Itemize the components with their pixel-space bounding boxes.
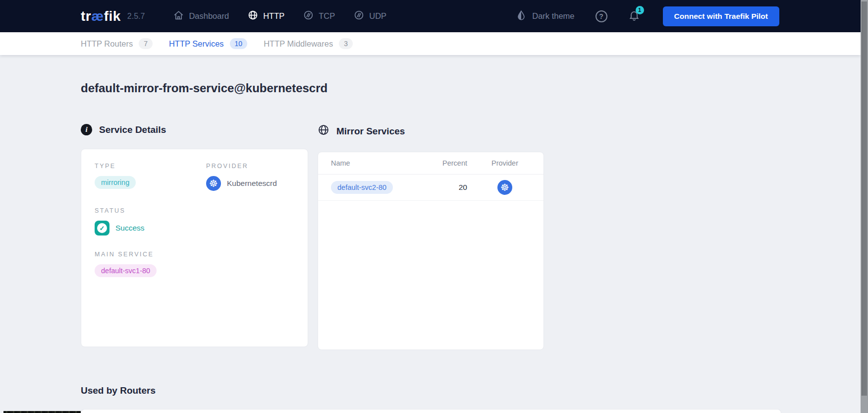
- http-tab-bar: HTTP Routers 7 HTTP Services 10 HTTP Mid…: [0, 32, 861, 55]
- tab-label: HTTP Middlewares: [264, 39, 333, 49]
- tcp-icon: [303, 10, 314, 22]
- used-by-routers-card: [81, 409, 781, 413]
- help-icon: ?: [596, 10, 607, 22]
- column-header-name: Name: [331, 159, 408, 167]
- tab-http-middlewares[interactable]: HTTP Middlewares 3: [264, 38, 353, 49]
- tab-label: HTTP Routers: [81, 39, 133, 49]
- notifications-button[interactable]: 1: [628, 9, 640, 23]
- tab-label: HTTP Services: [169, 39, 224, 49]
- mirror-table-header: Name Percent Provider: [318, 152, 543, 175]
- type-field: TYPE mirroring: [95, 163, 206, 191]
- status-value: Success: [115, 224, 145, 233]
- info-icon: i: [81, 124, 92, 135]
- type-label: TYPE: [95, 163, 206, 170]
- nav-item-dashboard[interactable]: Dashboard: [173, 10, 229, 22]
- nav-label: TCP: [319, 11, 335, 21]
- service-details-section: i Service Details TYPE mirroring PROVIDE…: [81, 124, 308, 350]
- tab-count-badge: 10: [230, 38, 248, 49]
- tab-http-routers[interactable]: HTTP Routers 7: [81, 38, 153, 49]
- nav-item-http[interactable]: HTTP: [248, 10, 284, 22]
- status-label: STATUS: [95, 207, 294, 214]
- status-field: STATUS ✓ Success: [95, 207, 294, 236]
- bottom-edge-artifact: [3, 411, 81, 413]
- topbar-right-cluster: Dark theme ? 1 Connect with Traefik Pilo…: [516, 6, 779, 26]
- nav-label: UDP: [369, 11, 386, 21]
- section-title: Service Details: [99, 124, 166, 135]
- used-by-routers-heading: Used by Routers: [81, 385, 156, 396]
- main-service-label: MAIN SERVICE: [95, 251, 294, 258]
- column-header-provider: Provider: [479, 159, 531, 167]
- provider-value: Kubernetescrd: [227, 179, 277, 188]
- mirror-services-heading: Mirror Services: [318, 124, 544, 138]
- mirror-percent-value: 20: [408, 183, 467, 192]
- service-details-heading: i Service Details: [81, 124, 308, 135]
- home-icon: [173, 10, 184, 22]
- contrast-droplet-icon: [516, 10, 527, 23]
- top-bar: træfik 2.5.7 Dashboard HTTP TCP UDP Dark…: [0, 0, 861, 32]
- main-nav: Dashboard HTTP TCP UDP: [173, 10, 386, 22]
- nav-label: HTTP: [263, 11, 284, 21]
- globe-icon: [248, 10, 258, 22]
- version-label: 2.5.7: [127, 12, 145, 21]
- nav-item-udp[interactable]: UDP: [354, 10, 386, 22]
- main-service-chip[interactable]: default-svc1-80: [95, 264, 157, 277]
- mirror-table-row: default-svc2-80 20 ☸: [318, 175, 543, 201]
- provider-label: PROVIDER: [206, 163, 294, 170]
- traefik-logo[interactable]: træfik: [81, 8, 121, 24]
- kubernetes-icon: ☸: [206, 176, 221, 191]
- page-title: default-mirror-from-service@kubernetescr…: [81, 81, 327, 95]
- help-button[interactable]: ?: [596, 10, 607, 22]
- service-details-card: TYPE mirroring PROVIDER ☸ Kubernetescrd …: [81, 149, 308, 347]
- tab-count-badge: 7: [139, 38, 153, 49]
- nav-label: Dashboard: [189, 11, 229, 21]
- globe-icon: [318, 124, 329, 138]
- logo-text-2: fik: [104, 8, 121, 24]
- main-service-field: MAIN SERVICE default-svc1-80: [95, 251, 294, 277]
- mirror-service-chip[interactable]: default-svc2-80: [331, 181, 393, 194]
- tab-count-badge: 3: [339, 38, 353, 49]
- mirror-services-section: Mirror Services Name Percent Provider de…: [318, 124, 544, 350]
- dark-theme-label: Dark theme: [532, 11, 574, 21]
- logo-text: tr: [81, 8, 91, 24]
- mirror-services-card: Name Percent Provider default-svc2-80 20…: [318, 152, 544, 350]
- dark-theme-toggle[interactable]: Dark theme: [516, 10, 574, 23]
- provider-field: PROVIDER ☸ Kubernetescrd: [206, 163, 294, 191]
- logo-ae: æ: [91, 8, 104, 24]
- nav-item-tcp[interactable]: TCP: [303, 10, 335, 22]
- vertical-scrollbar[interactable]: [861, 0, 868, 413]
- success-check-icon: ✓: [95, 221, 109, 236]
- kubernetes-icon: ☸: [497, 180, 512, 195]
- scrollbar-thumb[interactable]: [862, 1, 867, 396]
- check-glyph: ✓: [97, 223, 107, 233]
- section-title: Mirror Services: [336, 126, 405, 137]
- type-chip: mirroring: [95, 176, 136, 189]
- column-header-percent: Percent: [408, 159, 467, 167]
- connect-traefik-pilot-button[interactable]: Connect with Traefik Pilot: [663, 6, 779, 26]
- notification-count-badge: 1: [636, 6, 644, 14]
- tab-http-services[interactable]: HTTP Services 10: [169, 38, 247, 49]
- detail-columns: i Service Details TYPE mirroring PROVIDE…: [81, 124, 544, 350]
- udp-icon: [354, 10, 364, 22]
